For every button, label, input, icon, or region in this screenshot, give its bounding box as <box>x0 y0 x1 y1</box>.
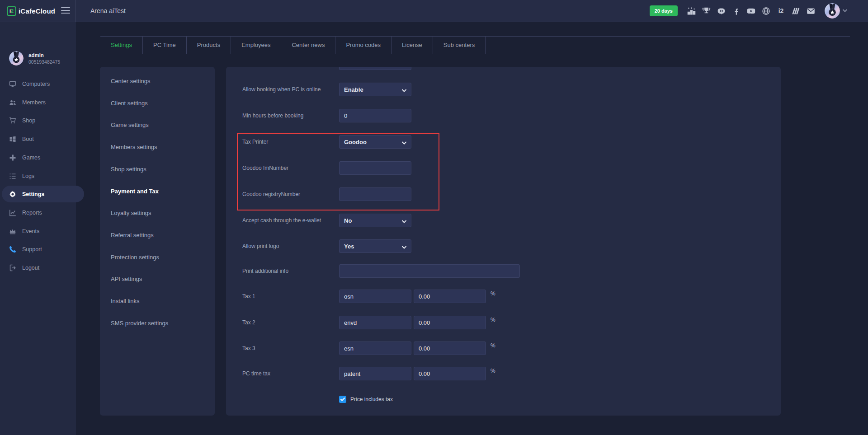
chevron-down-icon <box>402 219 406 223</box>
pc-time-tax-name-input[interactable]: patent <box>339 367 411 380</box>
sidebar-item-boot[interactable]: Boot <box>0 131 76 147</box>
tax-printer-select[interactable]: Goodoo <box>339 135 411 149</box>
checkbox-check-icon <box>339 396 346 403</box>
percent-suffix: % <box>491 368 495 374</box>
svg-text:i2: i2 <box>778 7 784 14</box>
icafecloud-logo-icon: i2 <box>7 6 16 16</box>
subnav-item-members-settings[interactable]: Members settings <box>111 143 157 152</box>
user-menu[interactable] <box>825 3 847 19</box>
sidebar-item-events[interactable]: Events <box>0 223 76 239</box>
chevron-down-icon <box>402 88 406 92</box>
sidebar-item-computers[interactable]: Computers <box>0 75 76 92</box>
truncated-input[interactable] <box>339 67 411 70</box>
percent-suffix: % <box>491 342 495 349</box>
sidebar-item-label: Settings <box>22 191 44 197</box>
windows-icon <box>9 136 16 143</box>
chevron-down-icon <box>843 9 847 13</box>
subnav-item-payment-and-tax[interactable]: Payment and Tax <box>111 187 159 196</box>
min-hours-before-booking-input[interactable]: 0 <box>339 109 411 122</box>
youtube-icon[interactable] <box>746 6 756 16</box>
user-info: admin 005193482475 <box>9 51 60 65</box>
facebook-icon[interactable] <box>731 6 741 16</box>
pc-time-tax-rate-input[interactable]: 0.00 <box>414 367 486 380</box>
tab-license[interactable]: License <box>392 37 433 54</box>
form-row-allow-print-logo: Allow print logoYes <box>226 239 781 253</box>
tab-pc-time[interactable]: PC Time <box>143 37 187 54</box>
subnav-item-shop-settings[interactable]: Shop settings <box>111 165 146 174</box>
trophy-icon[interactable] <box>702 6 711 16</box>
license-days-badge[interactable]: 20 days <box>650 5 678 16</box>
sidebar-item-label: Shop <box>22 117 35 124</box>
sidebar-item-logout[interactable]: Logout <box>0 259 76 276</box>
tax-3-rate-input[interactable]: 0.00 <box>414 341 486 355</box>
tax-2-name-input[interactable]: envd <box>339 316 411 329</box>
sidebar: admin 005193482475 ComputersMembersShopB… <box>0 22 76 435</box>
field-label: Tax 1 <box>242 290 255 303</box>
ranking-icon[interactable] <box>687 6 696 16</box>
field-label: Allow booking when PC is online <box>242 83 321 96</box>
tax-1-rate-input[interactable]: 0.00 <box>414 290 486 303</box>
select-value: Enable <box>344 86 363 93</box>
form-row-goodoo-fmnumber: Goodoo fmNumber <box>226 161 781 175</box>
sidebar-item-settings[interactable]: Settings <box>2 186 84 202</box>
mail-icon[interactable] <box>806 6 816 16</box>
price-includes-tax-checkbox[interactable]: Price includes tax <box>339 396 393 403</box>
tax-3-name-input[interactable]: esn <box>339 341 411 355</box>
field-label: Accept cash through the e-wallet <box>242 214 321 227</box>
tab-promo-codes[interactable]: Promo codes <box>335 37 392 54</box>
app-logo[interactable]: i2 iCafeCloud <box>7 0 55 22</box>
field-label: Tax Printer <box>242 135 268 149</box>
checkbox-label: Price includes tax <box>350 396 393 402</box>
goodoo-registrynumber-input[interactable] <box>339 187 411 201</box>
monitor-icon <box>9 80 16 88</box>
subnav-item-sms-provider-settings[interactable]: SMS provider settings <box>111 319 168 328</box>
logo-area: i2 iCafeCloud <box>0 0 76 22</box>
tab-settings[interactable]: Settings <box>100 37 143 54</box>
cart-icon <box>9 117 16 124</box>
sidebar-item-shop[interactable]: Shop <box>0 112 76 129</box>
subnav-item-client-settings[interactable]: Client settings <box>111 99 148 108</box>
topbar-right: 20 days i2 <box>650 3 868 19</box>
accept-cash-through-the-e-wallet-select[interactable]: No <box>339 214 411 227</box>
sidebar-item-support[interactable]: Support <box>0 241 76 257</box>
sidebar-item-label: Reports <box>22 210 42 216</box>
subnav-item-protection-settings[interactable]: Protection settings <box>111 253 159 262</box>
sidebar-item-reports[interactable]: Reports <box>0 204 76 221</box>
subnav-item-center-settings[interactable]: Center settings <box>111 77 150 86</box>
tab-sub-centers[interactable]: Sub centers <box>433 37 486 54</box>
chart-icon <box>9 209 16 216</box>
tab-employees[interactable]: Employees <box>231 37 281 54</box>
tax-2-rate-input[interactable]: 0.00 <box>414 316 486 329</box>
form-row-accept-cash-through-the-e-wallet: Accept cash through the e-walletNo <box>226 214 781 227</box>
form-row-pc-time-tax: PC time taxpatent0.00% <box>226 367 781 380</box>
subnav-item-referral-settings[interactable]: Referral settings <box>111 231 154 240</box>
layers-icon[interactable] <box>791 6 801 16</box>
website-icon[interactable] <box>761 6 771 16</box>
sidebar-item-logs[interactable]: Logs <box>0 168 76 184</box>
sidebar-item-members[interactable]: Members <box>0 94 76 111</box>
settings-subnav: Center settingsClient settingsGame setti… <box>100 67 215 416</box>
subnav-item-api-settings[interactable]: API settings <box>111 275 142 284</box>
menu-toggle-icon[interactable] <box>61 7 70 15</box>
allow-print-logo-select[interactable]: Yes <box>339 239 411 253</box>
sidebar-item-label: Computers <box>22 81 50 87</box>
chevron-down-icon <box>402 244 406 249</box>
tab-center-news[interactable]: Center news <box>281 37 335 54</box>
app-logo-text: iCafeCloud <box>19 7 55 15</box>
allow-booking-when-pc-is-online-select[interactable]: Enable <box>339 83 411 96</box>
tax-1-name-input[interactable]: osn <box>339 290 411 303</box>
field-label: Tax 3 <box>242 341 255 355</box>
form-row-tax-2: Tax 2envd0.00% <box>226 316 781 329</box>
print-additional-info-input[interactable] <box>339 264 520 278</box>
field-label: Min hours before booking <box>242 109 303 122</box>
goodoo-fmnumber-input[interactable] <box>339 161 411 175</box>
tab-products[interactable]: Products <box>187 37 231 54</box>
subnav-item-loyalty-settings[interactable]: Loyalty settings <box>111 209 151 218</box>
subnav-item-game-settings[interactable]: Game settings <box>111 121 149 130</box>
sidebar-item-label: Support <box>22 246 42 253</box>
discord-icon[interactable] <box>717 6 726 16</box>
icafecloud-icon[interactable]: i2 <box>776 6 786 16</box>
subnav-item-install-links[interactable]: Install links <box>111 297 140 306</box>
phone-icon <box>9 246 16 253</box>
sidebar-item-games[interactable]: Games <box>0 149 76 166</box>
